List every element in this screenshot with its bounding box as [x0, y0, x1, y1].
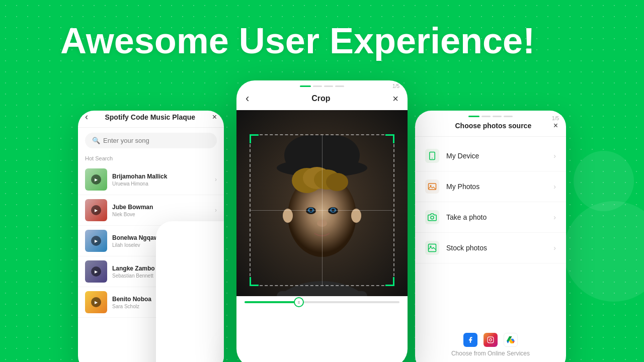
phone-center: 1/5 ‹ Crop ×	[236, 80, 408, 362]
slider-line-1	[298, 301, 300, 302]
source-chevron-photos: ›	[553, 183, 556, 191]
source-label-photos: My Photos	[446, 183, 546, 191]
crop-area	[236, 110, 408, 296]
source-label-camera: Take a photo	[446, 213, 546, 221]
svg-point-20	[432, 158, 433, 159]
play-icon: ▶	[91, 236, 101, 246]
source-list: My Device › My Photos › Tak	[415, 137, 566, 267]
source-item-stock[interactable]: Stock photos ›	[415, 233, 566, 263]
online-services: Choose from Online Services	[415, 333, 566, 357]
crop-vertical-line	[322, 135, 323, 285]
chevron-right-icon: ›	[215, 176, 217, 183]
search-box[interactable]: 🔍	[85, 133, 217, 148]
online-label: Choose from Online Services	[415, 350, 566, 357]
crop-photo	[236, 110, 408, 296]
center-prog-dot-2	[313, 85, 322, 87]
slider-line-2	[298, 302, 300, 303]
right-prog-dot-2	[481, 116, 491, 117]
svg-rect-2	[277, 291, 367, 296]
play-icon: ▶	[91, 266, 101, 277]
gdrive-icon[interactable]	[504, 333, 518, 347]
song-info: Jube Bowman Niek Bove	[112, 204, 210, 217]
source-chevron-stock: ›	[553, 244, 556, 252]
deco-circle-2	[574, 151, 634, 211]
source-item-photos[interactable]: My Photos ›	[415, 171, 566, 202]
left-close-btn[interactable]: ×	[212, 113, 217, 122]
photos-icon	[425, 179, 439, 194]
deco-circle-1	[564, 201, 644, 302]
bottom-slider[interactable]	[236, 296, 408, 308]
crop-corner-tr[interactable]	[385, 134, 394, 143]
song-thumb: ▶	[85, 260, 107, 283]
right-page-num: 1/5	[552, 116, 559, 121]
camera-icon	[425, 210, 439, 224]
source-item-camera[interactable]: Take a photo ›	[415, 202, 566, 233]
song-thumb: ▶	[85, 291, 107, 313]
phone-right: 1/5 Choose photos source × My Device ›	[415, 111, 566, 362]
song-thumb: ▶	[85, 199, 107, 221]
device-icon	[425, 149, 439, 163]
source-chevron-device: ›	[553, 152, 556, 160]
search-icon: 🔍	[92, 137, 100, 144]
right-prog-dot-3	[493, 116, 502, 117]
headline: Awesome User Experience!	[60, 20, 535, 61]
facebook-icon[interactable]	[463, 333, 477, 347]
center-prog-dot-1	[300, 85, 311, 87]
crop-corner-tl[interactable]	[250, 134, 259, 143]
phone-left: 1/5 ‹ Spotify Code Music Plaque × 🔍 Hot …	[78, 111, 224, 362]
right-close-btn[interactable]: ×	[553, 121, 558, 130]
right-title: Choose photos source	[455, 122, 531, 130]
source-item-device[interactable]: My Device ›	[415, 141, 566, 171]
song-info: Brijamohan Mallick Uruewa Himona	[112, 173, 210, 187]
list-item[interactable]: ▶ Brijamohan Mallick Uruewa Himona ›	[78, 164, 224, 195]
crop-corner-bl[interactable]	[250, 277, 259, 286]
center-title: Crop	[311, 94, 330, 103]
right-prog-dot-1	[468, 116, 479, 117]
chevron-right-icon: ›	[215, 207, 217, 214]
source-label-device: My Device	[446, 152, 546, 160]
play-icon: ▶	[91, 297, 101, 307]
stock-icon	[425, 241, 439, 255]
left-phone-header: 1/5	[156, 221, 224, 362]
center-back-btn[interactable]: ‹	[246, 92, 249, 105]
slider-fill	[245, 301, 299, 303]
song-thumb: ▶	[85, 230, 107, 252]
crop-selection-box	[250, 134, 394, 286]
slider-thumb[interactable]	[294, 297, 304, 307]
center-prog-dot-3	[324, 85, 333, 87]
instagram-icon[interactable]	[484, 333, 498, 347]
right-prog-dot-4	[504, 116, 513, 117]
source-chevron-camera: ›	[553, 213, 556, 221]
play-icon: ▶	[91, 174, 101, 185]
svg-rect-26	[488, 337, 494, 343]
search-input[interactable]	[103, 137, 210, 144]
slider-thumb-inner	[297, 300, 300, 305]
svg-point-25	[430, 246, 432, 247]
hot-search-label: Hot Search	[78, 153, 224, 164]
center-prog-dot-4	[335, 85, 344, 87]
svg-point-23	[431, 216, 434, 219]
left-title: Spotify Code Music Plaque	[88, 113, 212, 121]
online-icons-row	[415, 333, 566, 347]
source-label-stock: Stock photos	[446, 244, 546, 252]
play-icon: ▶	[91, 205, 101, 215]
song-thumb: ▶	[85, 168, 107, 191]
center-close-btn[interactable]: ×	[392, 93, 398, 105]
crop-corner-br[interactable]	[385, 277, 394, 286]
center-page-num: 1/5	[392, 83, 399, 89]
slider-line-3	[298, 303, 300, 304]
slider-track[interactable]	[245, 301, 399, 303]
